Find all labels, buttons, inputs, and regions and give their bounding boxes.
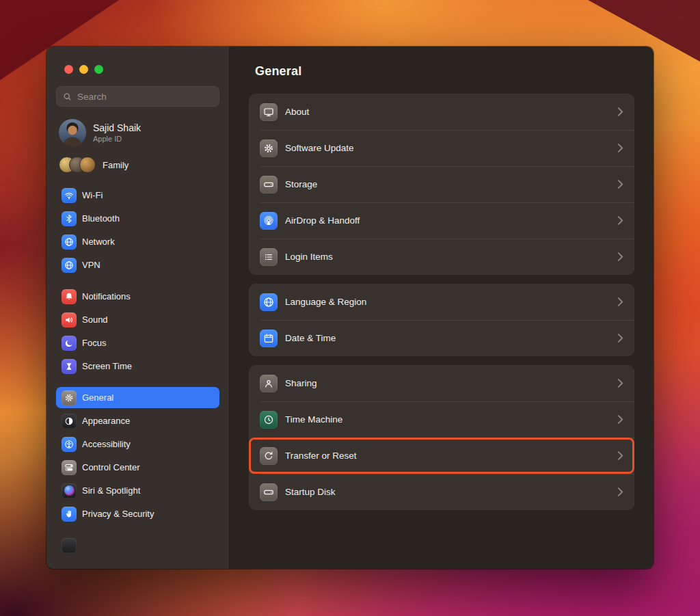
settings-card-system: About Software Update: [249, 94, 634, 275]
window-controls: [64, 65, 103, 74]
settings-row-transfer-or-reset[interactable]: Transfer or Reset: [249, 438, 634, 474]
screen-time-hourglass-icon: [62, 359, 77, 374]
vpn-globe-icon: [62, 258, 77, 273]
sidebar-item-general[interactable]: General: [56, 387, 219, 408]
apple-id-row[interactable]: Sajid Shaik Apple ID: [59, 119, 219, 146]
network-globe-icon: [62, 235, 77, 250]
chevron-right-icon: [617, 333, 623, 343]
chevron-right-icon: [617, 378, 623, 388]
login-items-list-icon: [260, 248, 278, 266]
settings-card-locale: Language & Region Date & Time: [249, 284, 634, 356]
chevron-right-icon: [617, 252, 623, 262]
avatar: [59, 119, 86, 146]
language-globe-icon: [260, 293, 278, 311]
notifications-bell-icon: [62, 289, 77, 304]
sidebar-item-focus[interactable]: Focus: [56, 332, 219, 353]
system-settings-window: Sajid Shaik Apple ID Family: [46, 46, 654, 569]
about-display-icon: [260, 103, 278, 121]
search-icon: [63, 92, 72, 101]
settings-row-startup-disk[interactable]: Startup Disk: [249, 474, 634, 510]
date-time-calendar-icon: [260, 330, 278, 347]
control-center-toggles-icon: [62, 460, 77, 475]
sidebar-item-network[interactable]: Network: [56, 231, 219, 252]
sidebar-item-privacy-security[interactable]: Privacy & Security: [56, 503, 219, 524]
sidebar-nav: Wi-Fi Bluetooth: [56, 185, 219, 556]
family-label: Family: [103, 160, 129, 170]
minimize-button[interactable]: [79, 65, 88, 74]
settings-row-storage[interactable]: Storage: [249, 166, 634, 202]
sidebar-item-partial[interactable]: [56, 535, 219, 556]
sidebar-item-sound[interactable]: Sound: [56, 309, 219, 330]
airdrop-icon: [260, 212, 278, 230]
storage-drive-icon: [260, 176, 278, 193]
chevron-right-icon: [617, 215, 623, 226]
appearance-icon: [62, 414, 77, 429]
settings-card-maintenance: Sharing Time Machine: [249, 365, 634, 510]
settings-row-time-machine[interactable]: Time Machine: [249, 401, 634, 438]
wifi-icon: [62, 188, 77, 203]
sidebar-item-screen-time[interactable]: Screen Time: [56, 356, 219, 377]
transfer-reset-icon: [260, 447, 278, 465]
settings-row-sharing[interactable]: Sharing: [249, 365, 634, 401]
chevron-right-icon: [617, 297, 623, 307]
family-avatars-icon: [59, 157, 96, 173]
sidebar-item-control-center[interactable]: Control Center: [56, 457, 219, 478]
family-row[interactable]: Family: [59, 155, 219, 175]
sidebar-item-wifi[interactable]: Wi-Fi: [56, 185, 219, 206]
time-machine-icon: [260, 411, 278, 429]
chevron-right-icon: [617, 179, 623, 189]
chevron-right-icon: [617, 107, 623, 117]
close-button[interactable]: [64, 65, 73, 74]
software-update-gear-icon: [260, 139, 278, 157]
chevron-right-icon: [617, 143, 623, 153]
page-title: General: [230, 46, 654, 79]
search-input[interactable]: [76, 91, 213, 103]
general-gear-icon: [62, 390, 77, 405]
sidebar-item-appearance[interactable]: Appearance: [56, 410, 219, 431]
chevron-right-icon: [617, 451, 623, 461]
settings-row-login-items[interactable]: Login Items: [249, 239, 634, 275]
search-field[interactable]: [56, 86, 219, 107]
startup-disk-drive-icon: [260, 483, 278, 501]
settings-row-date-time[interactable]: Date & Time: [249, 320, 634, 356]
sidebar: Sajid Shaik Apple ID Family: [46, 46, 230, 569]
apple-id-name: Sajid Shaik: [93, 122, 141, 133]
bluetooth-icon: [62, 211, 77, 226]
chevron-right-icon: [617, 487, 623, 497]
sidebar-item-notifications[interactable]: Notifications: [56, 286, 219, 307]
privacy-hand-icon: [62, 507, 77, 522]
chevron-right-icon: [617, 414, 623, 425]
accessibility-person-icon: [62, 437, 77, 452]
sidebar-item-bluetooth[interactable]: Bluetooth: [56, 208, 219, 229]
sidebar-item-accessibility[interactable]: Accessibility: [56, 433, 219, 455]
sidebar-item-vpn[interactable]: VPN: [56, 254, 219, 276]
settings-row-airdrop-handoff[interactable]: AirDrop & Handoff: [249, 202, 634, 239]
settings-row-about[interactable]: About: [249, 94, 634, 130]
apple-id-subtitle: Apple ID: [93, 135, 141, 143]
focus-moon-icon: [62, 336, 77, 351]
main-pane: General About: [230, 46, 654, 569]
siri-orb-icon: [62, 483, 77, 498]
zoom-button[interactable]: [94, 65, 103, 74]
sharing-person-icon: [260, 375, 278, 392]
settings-row-software-update[interactable]: Software Update: [249, 130, 634, 166]
sound-speaker-icon: [62, 312, 77, 327]
settings-row-language-region[interactable]: Language & Region: [249, 284, 634, 320]
partial-icon: [62, 538, 77, 553]
sidebar-item-siri-spotlight[interactable]: Siri & Spotlight: [56, 480, 219, 501]
